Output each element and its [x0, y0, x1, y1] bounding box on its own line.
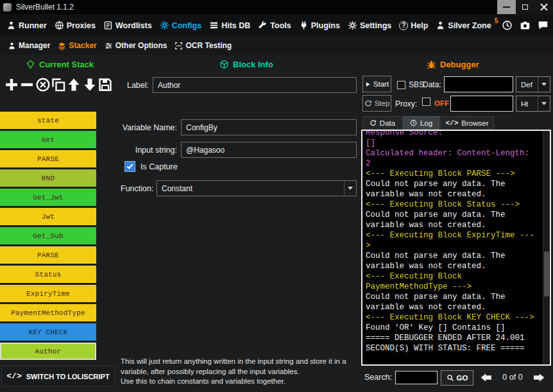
- maximize-button[interactable]: [516, 0, 534, 14]
- history-icon[interactable]: [502, 20, 513, 31]
- stack-block-status[interactable]: Status: [0, 266, 96, 283]
- proxy-status: OFF: [434, 99, 449, 107]
- submenu-item-other-options[interactable]: Other Options: [101, 37, 171, 55]
- globe-icon: [55, 21, 64, 30]
- search-match-counter: 0 of 0: [498, 373, 527, 382]
- move-block-up-button[interactable]: [66, 77, 81, 92]
- stack-block-get-jwt[interactable]: Get_Jwt: [0, 189, 96, 206]
- main-menubar: Runner Proxies Wordlists Configs Hits DB…: [0, 14, 553, 37]
- input-string-input[interactable]: [181, 142, 357, 158]
- save-config-button[interactable]: [98, 77, 113, 92]
- database-icon: [209, 21, 219, 30]
- submenu-label: Other Options: [115, 41, 167, 50]
- menu-item-plugins[interactable]: Plugins: [295, 14, 344, 37]
- menu-item-wordlists[interactable]: Wordlists: [99, 14, 156, 37]
- menu-label: Runner: [19, 21, 47, 30]
- gear-icon: [348, 21, 357, 30]
- proxy-label: Proxy:: [395, 99, 417, 108]
- menu-item-hits-db[interactable]: Hits DB: [205, 14, 254, 37]
- debugger-header: Debugger: [427, 60, 479, 69]
- clone-block-button[interactable]: [51, 77, 66, 92]
- stack-block-rnd[interactable]: RND: [0, 169, 96, 187]
- log-scrollbar-thumb[interactable]: [544, 251, 549, 296]
- function-select[interactable]: Constant: [157, 180, 357, 196]
- screenshot-icon[interactable]: [520, 20, 531, 31]
- wordlist-type-select[interactable]: Def: [516, 76, 550, 92]
- data-input[interactable]: [444, 76, 513, 92]
- chevron-down-icon: [538, 96, 550, 111]
- add-block-button[interactable]: [4, 77, 19, 92]
- is-capture-checkbox[interactable]: [124, 161, 135, 172]
- tab-data-label: Data: [380, 119, 395, 127]
- disable-block-button[interactable]: [35, 77, 51, 92]
- stack-block-state[interactable]: state: [0, 112, 96, 129]
- gear-icon: [160, 21, 169, 30]
- block-info-header: Block Info: [219, 60, 273, 69]
- menu-item-silver-zone[interactable]: Silver Zone5: [432, 14, 502, 37]
- submenu-label: Stacker: [69, 41, 96, 50]
- submenu-item-ocr-testing[interactable]: OCR Testing: [171, 37, 235, 55]
- search-prev-button[interactable]: [479, 371, 494, 384]
- move-block-down-button[interactable]: [82, 77, 98, 92]
- minimize-button[interactable]: [497, 0, 516, 14]
- submenu-item-manager[interactable]: Manager: [4, 37, 54, 55]
- proxy-input[interactable]: [450, 96, 513, 112]
- stack-block-author[interactable]: Author: [0, 343, 96, 360]
- book-icon: [103, 21, 113, 30]
- tab-data[interactable]: Data: [362, 116, 402, 130]
- tab-log-label: Log: [420, 119, 432, 127]
- stack-toolbar: [0, 74, 117, 95]
- stack-block-paymentmethodtype[interactable]: PaymentMethodType: [0, 304, 96, 321]
- log-line: <--- Executing Block PaymentMethodType -…: [366, 271, 535, 292]
- label-input[interactable]: [153, 77, 357, 93]
- diamond-icon: [26, 60, 35, 69]
- search-next-button[interactable]: [531, 371, 547, 384]
- switch-loliscript-button[interactable]: </> SWITCH TO LOLISCRIPT: [1, 366, 115, 387]
- tab-log[interactable]: Log: [403, 116, 439, 130]
- search-input[interactable]: [395, 371, 438, 384]
- tab-browser[interactable]: </> Browser: [440, 116, 494, 130]
- titlebar: SilverBullet 1.1.2: [0, 0, 553, 14]
- app-window: SilverBullet 1.1.2 Runner Proxies Wordli…: [0, 0, 553, 392]
- proxy-checkbox[interactable]: [422, 98, 430, 106]
- menu-item-settings[interactable]: Settings: [344, 14, 395, 37]
- block-info-title: Block Info: [233, 60, 273, 69]
- stack-block-expirytime[interactable]: ExpiryTime: [0, 285, 96, 302]
- current-stack-title: Current Stack: [39, 60, 94, 69]
- bug-icon: [427, 60, 436, 69]
- block-description: This will just return anything written i…: [121, 357, 364, 387]
- log-line: Could not parse any data. The variable w…: [366, 292, 535, 312]
- person-icon: [8, 42, 16, 50]
- chat-icon[interactable]: [538, 20, 549, 31]
- stack-block-parse[interactable]: PARSE: [0, 246, 96, 264]
- menu-item-runner[interactable]: Runner: [3, 14, 51, 37]
- stack-block-jwt[interactable]: Jwt: [0, 208, 96, 225]
- menu-item-configs[interactable]: Configs: [156, 14, 206, 37]
- menu-label: Proxies: [67, 21, 96, 30]
- menu-item-tools[interactable]: Tools: [254, 14, 294, 37]
- search-icon: [447, 374, 454, 382]
- search-go-button[interactable]: GO: [441, 370, 473, 386]
- sbs-checkbox[interactable]: [397, 81, 405, 89]
- menu-label: Tools: [270, 21, 291, 30]
- step-button[interactable]: Step: [362, 95, 391, 112]
- menu-item-help[interactable]: ?Help: [395, 14, 432, 37]
- label-row: Label:: [121, 77, 357, 93]
- stack-block-get[interactable]: Get: [0, 131, 96, 148]
- close-button[interactable]: [534, 0, 553, 14]
- remove-block-button[interactable]: [19, 77, 35, 92]
- log-line: <--- Executing Block ExpiryTime --->: [366, 230, 535, 251]
- menu-item-proxies[interactable]: Proxies: [51, 14, 99, 37]
- debug-log[interactable]: Response Source:[]Calculated header: Con…: [361, 130, 551, 366]
- stack-block-key-check[interactable]: KEY CHECK: [0, 323, 96, 341]
- stack-block-get-sub[interactable]: Get_Sub: [0, 227, 96, 244]
- submenu-item-stacker[interactable]: Stacker: [54, 37, 100, 55]
- check-icon: [127, 162, 133, 169]
- start-button[interactable]: Start: [362, 76, 391, 92]
- proxy-type-select[interactable]: Ht: [516, 96, 550, 112]
- stack-block-parse[interactable]: PARSE: [0, 150, 96, 167]
- log-scrollbar[interactable]: [543, 131, 550, 364]
- stack-list: stateGetPARSERNDGet_JwtJwtGet_SubPARSESt…: [0, 112, 96, 362]
- function-value: Constant: [162, 184, 192, 193]
- variable-name-input[interactable]: [181, 119, 357, 135]
